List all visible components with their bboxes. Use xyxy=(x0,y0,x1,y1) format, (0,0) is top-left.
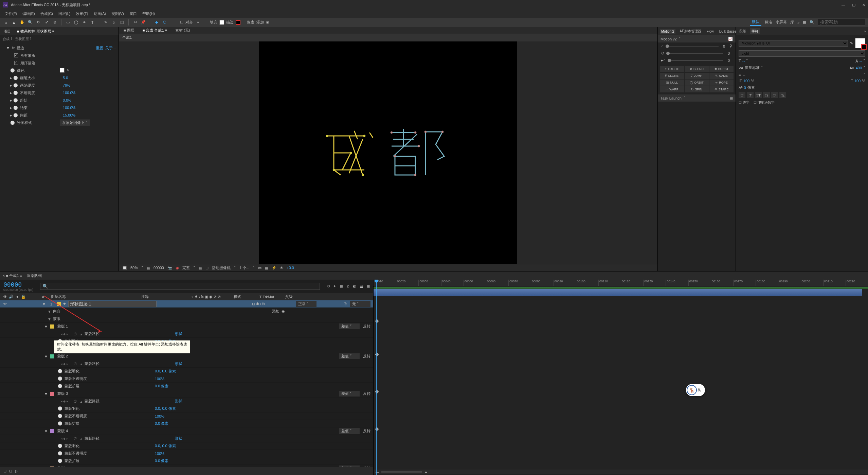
snap-icon[interactable]: ⌖ xyxy=(195,19,201,25)
end-value[interactable]: 100.0% xyxy=(63,106,75,110)
fx-icon[interactable]: fx xyxy=(12,46,15,50)
twirl-icon[interactable]: ▼ xyxy=(44,324,48,329)
col-lock-icon[interactable]: 🔒 xyxy=(21,295,26,299)
mask-row-1[interactable]: ▼ 蒙版 1 差值 ˅反转 xyxy=(0,323,373,330)
tl-icon-7[interactable]: ▦ xyxy=(366,284,370,288)
fast-preview-icon[interactable]: ⚡ xyxy=(272,266,276,270)
eyedropper-icon[interactable]: ✎ xyxy=(850,41,853,46)
color-swatch[interactable] xyxy=(60,68,65,73)
tl-tab-render[interactable]: 渲染队列 xyxy=(27,273,42,278)
keyframe[interactable] xyxy=(375,427,379,431)
col-audio-icon[interactable]: 🔊 xyxy=(9,295,14,299)
menu-anim[interactable]: 动画(A) xyxy=(92,11,108,17)
work-area-bar[interactable] xyxy=(374,286,868,289)
snapshot-icon[interactable]: 📷 xyxy=(167,266,172,270)
workspace-grid-icon[interactable]: ▦ xyxy=(803,20,806,24)
kerning-select[interactable]: 度量标准 xyxy=(745,65,760,70)
workspace-lib[interactable]: 库 xyxy=(790,20,794,25)
playhead[interactable] xyxy=(376,280,377,475)
about-link[interactable]: 关于... xyxy=(105,46,116,51)
mask-row-5[interactable]: ▼ 蒙版 5 差值 ˅反转 xyxy=(0,465,373,467)
menu-file[interactable]: 文件(F) xyxy=(3,11,19,17)
all-masks-check[interactable] xyxy=(14,53,18,57)
workspace-default[interactable]: 默认 xyxy=(750,19,761,26)
reset-link[interactable]: 重置 xyxy=(96,46,103,51)
channel-icon[interactable]: ◉ xyxy=(176,266,179,270)
font-weight-select[interactable]: Light xyxy=(739,50,865,57)
viewer-tab-comp[interactable]: ■ 合成 合成1 ≡ xyxy=(141,27,169,34)
keyframe[interactable] xyxy=(375,390,379,393)
viewer-tab-footage[interactable]: 素材 (无) xyxy=(173,27,192,34)
menu-layer[interactable]: 图层(L) xyxy=(56,11,72,17)
workspace-standard[interactable]: 标准 xyxy=(765,20,772,25)
menu-comp[interactable]: 合成(C) xyxy=(38,11,55,17)
toggle-transfer-icon[interactable]: {} xyxy=(15,469,17,473)
comp-breadcrumb[interactable]: 合成1 xyxy=(122,35,132,39)
bezier-icon[interactable]: ⬡ xyxy=(162,19,168,25)
motion-graph-icon[interactable]: 📈 xyxy=(728,37,733,41)
tl-icon-2[interactable]: ✦ xyxy=(333,284,336,288)
subscript-button[interactable]: T₁ xyxy=(779,92,786,98)
faux-italic-button[interactable]: T xyxy=(747,92,754,98)
excite-button[interactable]: ✦ EXCITE xyxy=(660,66,684,72)
spin-button[interactable]: ↻ SPIN xyxy=(685,86,709,92)
add-menu[interactable]: 添加: ◉ xyxy=(272,309,285,314)
zoom-in-icon[interactable]: ▲ xyxy=(424,470,428,474)
twirl-icon[interactable]: ▼ xyxy=(6,46,10,50)
keyframe[interactable] xyxy=(375,319,379,323)
add-label[interactable]: 添加 xyxy=(256,20,264,25)
mask-row-2[interactable]: ▼ 蒙版 2 差值 ˅反转 xyxy=(0,353,373,360)
orbit-tool-icon[interactable]: ⟳ xyxy=(35,19,41,25)
menu-effect[interactable]: 效果(T) xyxy=(74,11,90,17)
anchor-tool-icon[interactable]: ⊕ xyxy=(52,19,58,25)
ime-indicator[interactable]: 🦌 英 xyxy=(686,384,705,396)
zoom-value[interactable]: 50% xyxy=(130,266,138,270)
eraser-tool-icon[interactable]: ◫ xyxy=(119,19,125,25)
brush-hard-value[interactable]: 79% xyxy=(63,83,70,87)
selection-tool-icon[interactable]: ▲ xyxy=(11,19,17,25)
toggle-modes-icon[interactable]: ⊟ xyxy=(9,469,12,473)
menu-window[interactable]: 窗口 xyxy=(127,11,139,17)
opacity-value[interactable]: 100.0% xyxy=(63,91,75,95)
mask-color[interactable] xyxy=(50,324,54,329)
layer-duration-bar[interactable] xyxy=(374,289,862,296)
tl-icon-5[interactable]: ◐ xyxy=(353,284,356,288)
eyedropper-icon[interactable]: ✎ xyxy=(67,68,70,73)
view-layout-icon[interactable]: ▭ xyxy=(258,266,261,270)
stopwatch-icon[interactable]: ⏱ xyxy=(73,332,78,336)
tab-duik[interactable]: Duik Bassel xyxy=(718,29,739,34)
tracking-value[interactable]: 400 xyxy=(856,66,862,70)
close-icon[interactable]: ✕ xyxy=(862,3,865,7)
pen-tool-icon[interactable]: ✒ xyxy=(81,19,87,25)
tl-icon-3[interactable]: ▦ xyxy=(340,284,343,288)
rotate-tool-icon[interactable]: ⤢ xyxy=(43,19,50,25)
key-nav[interactable]: ◂ ◆ ▸ xyxy=(58,332,71,336)
spacing-value[interactable]: 15.00% xyxy=(63,113,75,117)
tab-motion2[interactable]: Motion 2 xyxy=(660,29,675,34)
ligature-check[interactable]: ☐ 连字 xyxy=(739,100,749,105)
tl-icon-4[interactable]: ⊘ xyxy=(346,284,349,288)
workspace-more-icon[interactable]: » xyxy=(797,20,799,24)
blend-button[interactable]: ≋ BLEND xyxy=(685,66,709,72)
tab-character[interactable]: 字符 xyxy=(750,28,760,34)
blend-mode-select[interactable]: 正常 ˅ xyxy=(296,301,317,307)
exposure-icon[interactable]: ☀ xyxy=(280,266,283,270)
panel-more-icon[interactable]: » xyxy=(864,30,866,33)
roto-tool-icon[interactable]: ✂ xyxy=(132,19,138,25)
contents-group[interactable]: 内容 xyxy=(53,309,121,314)
tl-icon-6[interactable]: ⬓ xyxy=(360,284,363,288)
burst-button[interactable]: ✺ BURST xyxy=(709,66,734,72)
mask-row-3[interactable]: ▼ 蒙版 3 差值 ˅反转 xyxy=(0,390,373,398)
mask-mode-select[interactable]: 差值 ˅ xyxy=(339,323,360,329)
allcaps-button[interactable]: TT xyxy=(755,92,762,98)
puppet-tool-icon[interactable]: 📌 xyxy=(140,19,146,25)
paint-style-select[interactable]: 在原始图像上 ˅ xyxy=(60,120,90,126)
text-tool-icon[interactable]: T xyxy=(89,19,95,25)
search-input[interactable] xyxy=(818,19,865,26)
tab-script-mgr[interactable]: AE脚本管理器 xyxy=(678,28,702,34)
stare-button[interactable]: 👁 STARE xyxy=(709,86,734,92)
tl-icon-1[interactable]: ⟲ xyxy=(327,284,330,288)
timeline-zoom-slider[interactable] xyxy=(381,471,422,473)
baseline-value[interactable]: 0 xyxy=(744,86,746,90)
tab-effect-controls[interactable]: ■ 效果控件 形状图层 ≡ xyxy=(16,28,56,35)
